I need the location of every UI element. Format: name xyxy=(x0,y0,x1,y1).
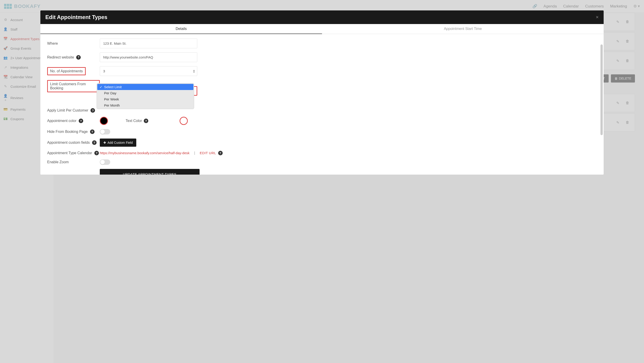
edit-appointment-modal: Edit Appointment Types × Details Appoint… xyxy=(40,10,604,13)
modal-header: Edit Appointment Types × xyxy=(40,10,604,13)
modal-overlay: Edit Appointment Types × Details Appoint… xyxy=(0,0,644,13)
